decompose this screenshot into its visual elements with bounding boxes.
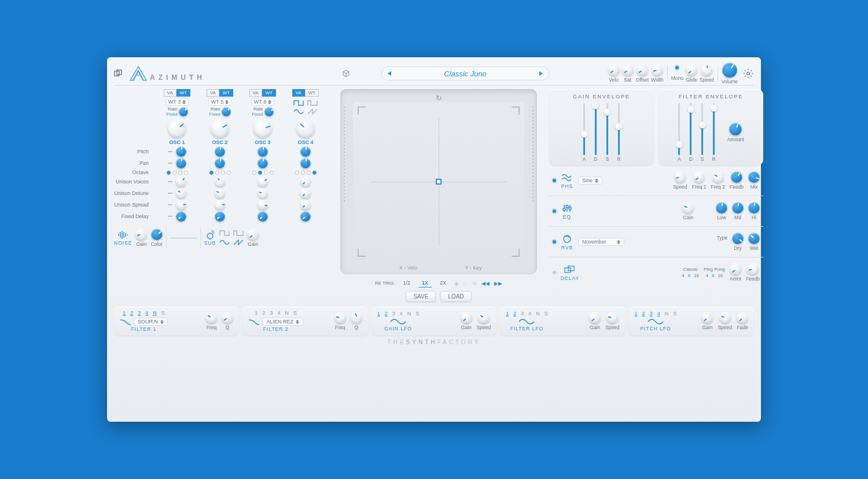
osc1-rate-knob[interactable] (179, 107, 188, 116)
noise-color-knob[interactable]: Color (150, 229, 162, 247)
osc2-fdelay-knob[interactable] (215, 211, 225, 222)
osc1-octave[interactable] (167, 171, 188, 175)
eq-low-knob[interactable]: Low (716, 202, 727, 220)
osc2-octave[interactable] (209, 171, 231, 175)
eq-gain-knob[interactable]: Gain (682, 202, 694, 220)
osc2-rate-knob[interactable] (222, 107, 231, 116)
gain-lfo-speed-knob[interactable]: Speed (477, 312, 491, 330)
filter-lfo-routing[interactable]: 1234NS (506, 311, 548, 316)
osc4-uspread-knob[interactable] (300, 200, 311, 210)
phs-speed-knob[interactable]: Speed (673, 171, 687, 190)
xy-pad[interactable]: ↻ X - Velo Y - Key (340, 89, 537, 274)
osc1-uvoices-knob[interactable] (176, 176, 186, 187)
glide-knob[interactable]: Glide (686, 64, 697, 83)
sub-wave-row1[interactable] (219, 230, 244, 236)
osc3-pitch-knob[interactable] (258, 146, 268, 157)
filter1-q-knob[interactable]: Q (222, 312, 233, 330)
filter-env-amount-knob[interactable]: Amount (727, 123, 744, 142)
pitch-lfo-speed-knob[interactable]: Speed (718, 312, 732, 330)
osc2-mode[interactable]: VAWT (207, 89, 234, 97)
osc3-rate-knob[interactable] (264, 107, 274, 116)
pitch-lfo-fade-knob[interactable]: Fade (737, 312, 748, 330)
eq-enable[interactable] (553, 209, 556, 213)
pitch-lfo-gain-knob[interactable]: Gain (701, 312, 713, 330)
popout-icon[interactable] (114, 69, 122, 78)
gain-env-d[interactable]: D (594, 103, 597, 162)
osc3-wt-select[interactable]: WT 8 (251, 98, 274, 106)
mono-toggle[interactable]: Mono (671, 66, 683, 81)
gain-env-s[interactable]: S (606, 103, 609, 162)
noise-gain-knob[interactable]: Gain (135, 229, 147, 247)
osc4-level-knob[interactable] (296, 119, 315, 138)
volume-knob[interactable]: Volume (722, 62, 738, 84)
osc3-octave[interactable] (252, 171, 274, 175)
sat-knob[interactable]: Sat (622, 64, 634, 83)
xy-cursor[interactable] (436, 179, 442, 185)
filter2-routing[interactable]: 1234NS (255, 310, 297, 316)
osc3-level-knob[interactable] (253, 119, 272, 138)
phs-mix-knob[interactable]: Mix (748, 171, 760, 190)
offset-knob[interactable]: Offset (636, 64, 649, 83)
filter-lfo-speed-knob[interactable]: Speed (605, 312, 620, 330)
rvb-wet-knob[interactable]: Wet (748, 233, 760, 251)
osc4-wave-row1[interactable] (293, 100, 318, 106)
osc2-pitch-knob[interactable] (215, 146, 225, 157)
osc2-uspread-knob[interactable] (215, 200, 225, 210)
osc1-mode[interactable]: VAWT (164, 89, 191, 97)
osc3-mode[interactable]: VAWT (249, 89, 277, 97)
filter-env-d[interactable]: D (689, 103, 693, 162)
osc4-fdelay-knob[interactable] (300, 211, 311, 222)
velo-knob[interactable]: Velo (608, 64, 620, 83)
rec-icon[interactable]: ◉ (454, 281, 459, 286)
filter-env-s[interactable]: S (701, 103, 704, 162)
delay-classic-div[interactable]: 4816 (682, 273, 699, 278)
filter-lfo-gain-knob[interactable]: Gain (589, 312, 601, 330)
filter2-type-select[interactable]: ALIEN REZ (262, 318, 303, 326)
osc1-udetune-knob[interactable] (176, 188, 186, 198)
pitch-lfo-routing[interactable]: 1234NS (635, 311, 677, 316)
preset-prev-icon[interactable] (388, 71, 391, 76)
osc4-udetune-knob[interactable] (300, 188, 311, 198)
osc1-wt-select[interactable]: WT 3 (165, 98, 189, 106)
osc2-uvoices-knob[interactable] (215, 176, 225, 187)
filter2-q-knob[interactable]: Q (351, 312, 362, 330)
phs-shape-select[interactable]: Sine (578, 176, 602, 185)
osc1-pan-knob[interactable] (176, 158, 186, 168)
osc2-udetune-knob[interactable] (215, 188, 225, 198)
phs-enable[interactable] (553, 179, 556, 182)
load-button[interactable]: LOAD (440, 291, 471, 302)
filter2-freq-knob[interactable]: Freq (334, 312, 346, 330)
phs-freq2-knob[interactable]: Freq 2 (711, 171, 725, 190)
gain-lfo-routing[interactable]: 1234NS (377, 311, 420, 316)
filter1-type-select[interactable]: SOUR.N (134, 318, 168, 326)
forward-icon[interactable]: ▶▶ (494, 281, 502, 286)
reload-icon[interactable]: ↻ (436, 94, 442, 102)
osc4-wave-row2[interactable] (293, 109, 318, 115)
play-icon[interactable]: ▷ (464, 281, 468, 286)
osc3-uspread-knob[interactable] (258, 200, 268, 210)
width-knob[interactable]: Width (651, 64, 664, 83)
gain-env-a[interactable]: A (583, 103, 586, 162)
eq-md-knob[interactable]: Md (732, 202, 744, 220)
settings-icon[interactable] (742, 68, 754, 79)
loop-icon[interactable]: ⤭ (472, 281, 477, 286)
phs-feedb-knob[interactable]: Feedb (730, 171, 744, 190)
osc2-level-knob[interactable] (211, 119, 229, 138)
osc1-fdelay-knob[interactable] (176, 211, 186, 222)
retrig-1x[interactable]: 1X (418, 279, 432, 288)
osc4-uvoices-knob[interactable] (300, 176, 311, 187)
filter-env-a[interactable]: A (678, 103, 681, 162)
cube-icon[interactable] (342, 69, 350, 78)
rvb-preset-select[interactable]: November (578, 238, 624, 246)
retrig-half[interactable]: 1/2 (399, 279, 414, 288)
osc3-pan-knob[interactable] (258, 158, 268, 168)
filter1-freq-knob[interactable]: Freq (205, 312, 217, 330)
osc1-level-knob[interactable] (168, 119, 186, 138)
rvb-enable[interactable] (553, 240, 556, 244)
osc2-wt-select[interactable]: WT 5 (208, 98, 231, 106)
osc4-pitch-knob[interactable] (300, 146, 311, 157)
gain-env-r[interactable]: R (617, 103, 620, 162)
osc3-udetune-knob[interactable] (258, 188, 268, 198)
osc3-uvoices-knob[interactable] (258, 176, 268, 187)
osc4-octave[interactable] (295, 171, 317, 175)
